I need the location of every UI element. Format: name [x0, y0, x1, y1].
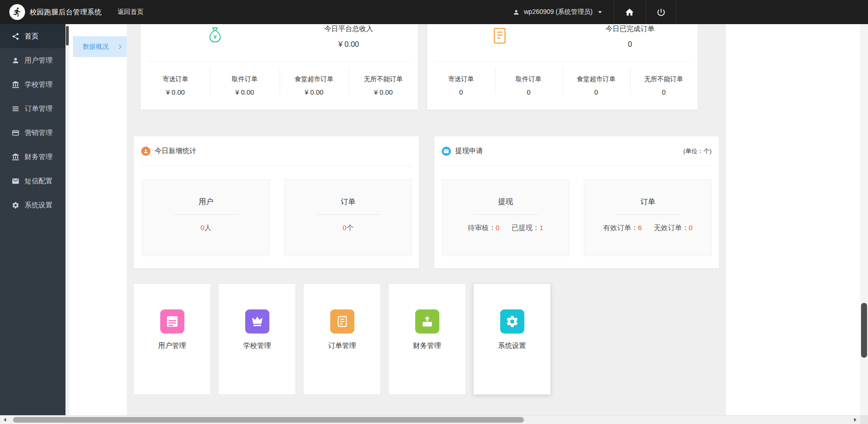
stat-item: 食堂超市订单 0 [562, 66, 630, 109]
bank-icon [12, 153, 20, 161]
stat-label: 取件订单 [516, 75, 542, 84]
shortcut-system-settings[interactable]: 系统设置 [473, 283, 551, 395]
sidebar-item-system-settings[interactable]: 系统设置 [0, 193, 65, 217]
bank-icon [12, 81, 20, 89]
sidebar-item-label: 订单管理 [25, 104, 52, 113]
document-icon [489, 25, 510, 46]
vertical-scrollbar[interactable] [860, 24, 868, 415]
stat-value: 0 [459, 89, 463, 96]
main-content: ¥ 今日平台总收入 ¥ 0.00 寄送订单 ¥ 0.00 取件订单 ¥ 0.00… [127, 24, 860, 415]
box-divider [473, 214, 538, 215]
stat-label: 无效订单： [654, 224, 689, 231]
home-button[interactable] [614, 0, 644, 24]
sidebar-item-user-mgmt[interactable]: 用户管理 [0, 48, 65, 72]
stat-item: 取件订单 ¥ 0.00 [210, 66, 279, 109]
card-title: 今日新增统计 [155, 147, 196, 155]
sidebar-item-school-mgmt[interactable]: 学校管理 [0, 72, 65, 96]
stat-item: 无所不能订单 ¥ 0.00 [349, 66, 418, 109]
shortcut-row: 用户管理 学校管理 订单管理 财务管理 系统设置 [133, 283, 551, 395]
shortcut-label: 用户管理 [158, 341, 186, 350]
shortcut-label: 订单管理 [328, 341, 356, 350]
sidebar-item-label: 用户管理 [25, 56, 52, 65]
stat-box-withdrawals: 提现 待审核：0 已提现：1 [442, 179, 569, 256]
shortcut-user-mgmt[interactable]: 用户管理 [133, 283, 211, 395]
income-title: 今日平台总收入 [280, 25, 418, 33]
stat-item: 无所不能订单 0 [630, 66, 698, 109]
stat-item: 取件订单 0 [495, 66, 563, 109]
stat-label: 无所不能订单 [644, 75, 683, 84]
stat-item: 寄送订单 0 [427, 66, 495, 109]
box-title: 订单 [341, 197, 356, 207]
app-title: 校园跑腿后台管理系统 [30, 0, 102, 24]
sidebar-scrollbar[interactable] [65, 24, 69, 415]
stat-label: 寄送订单 [448, 75, 474, 84]
vertical-scroll-thumb[interactable] [861, 303, 867, 358]
box-value: 0人 [201, 224, 211, 232]
sidebar-item-marketing-mgmt[interactable]: 营销管理 [0, 121, 65, 145]
back-home-link[interactable]: 返回首页 [117, 0, 144, 24]
shortcut-label: 系统设置 [498, 341, 526, 350]
box-title: 提现 [498, 197, 513, 207]
list-icon [12, 105, 20, 113]
sidebar-item-finance-mgmt[interactable]: 财务管理 [0, 145, 65, 169]
runner-icon [12, 7, 22, 17]
chevron-right-icon [117, 45, 122, 49]
shortcut-finance-mgmt[interactable]: 财务管理 [388, 283, 466, 395]
shortcut-school-mgmt[interactable]: 学校管理 [218, 283, 296, 395]
box-divider [174, 214, 239, 215]
subnav-item-label: 数据概况 [83, 43, 109, 51]
withdraw-card: 提现申请 (单位：个) 提现 待审核：0 已提现：1 订单 有效订单：6 无效订… [434, 136, 719, 269]
stat-number: 6 [638, 224, 642, 231]
stat-value: 0 [594, 89, 598, 96]
stat-label: 已提现： [512, 224, 540, 231]
user-icon [513, 9, 520, 16]
document-shortcut-icon [330, 309, 354, 334]
box-divider [316, 214, 381, 215]
card-title: 提现申请 [455, 147, 483, 155]
stat-item: 食堂超市订单 ¥ 0.00 [280, 66, 349, 109]
sidebar-item-sms-config[interactable]: 短信配置 [0, 169, 65, 193]
stat-label: 寄送订单 [163, 75, 189, 84]
stat-value: 0 [527, 89, 530, 96]
svg-text:¥: ¥ [213, 33, 217, 40]
username: wp260909 (系统管理员) [524, 8, 593, 16]
sidebar-item-label: 短信配置 [25, 177, 52, 186]
subnav-item-data-overview[interactable]: 数据概况 [73, 36, 127, 57]
cash-shortcut-icon [415, 309, 439, 334]
horizontal-scroll-thumb[interactable] [13, 417, 524, 423]
box-value: 待审核：0 已提现：1 [468, 224, 543, 232]
completed-title: 今日已完成订单 [562, 25, 698, 33]
user-menu[interactable]: wp260909 (系统管理员) [506, 0, 608, 24]
shortcut-label: 学校管理 [243, 341, 271, 350]
user-icon [12, 57, 20, 64]
logout-button[interactable] [646, 0, 676, 24]
sidebar-item-order-mgmt[interactable]: 订单管理 [0, 96, 65, 121]
power-icon [656, 7, 666, 17]
stat-box-withdraw-orders: 订单 有效订单：6 无效订单：0 [584, 179, 712, 256]
sidebar-item-label: 财务管理 [25, 153, 52, 161]
horizontal-scrollbar[interactable] [0, 415, 860, 424]
shortcut-order-mgmt[interactable]: 订单管理 [303, 283, 381, 395]
secondary-sidebar: 数据概况 [69, 24, 127, 415]
stat-label: 食堂超市订单 [294, 75, 333, 84]
crown-shortcut-icon [245, 309, 269, 334]
sidebar-item-home[interactable]: 首页 [0, 24, 65, 48]
card-header: 今日新增统计 [141, 136, 411, 166]
stat-value: ¥ 0.00 [305, 89, 323, 96]
scroll-right-arrow-icon[interactable] [851, 416, 860, 424]
scroll-left-arrow-icon[interactable] [0, 416, 9, 424]
stat-box-orders: 订单 0个 [284, 179, 412, 256]
income-card: ¥ 今日平台总收入 ¥ 0.00 寄送订单 ¥ 0.00 取件订单 ¥ 0.00… [140, 24, 418, 110]
stat-value: 0 [662, 89, 666, 96]
app-logo [9, 4, 25, 20]
stat-number: 1 [540, 224, 543, 231]
box-number: 0 [201, 224, 204, 231]
gear-shortcut-icon [500, 309, 524, 334]
completed-value: 0 [562, 40, 698, 49]
divider [149, 61, 411, 62]
stat-value: ¥ 0.00 [235, 89, 254, 96]
sidebar-scroll-thumb[interactable] [66, 26, 69, 45]
box-unit: 人 [204, 224, 211, 231]
money-bag-icon: ¥ [204, 25, 226, 46]
caret-down-icon [598, 11, 602, 13]
